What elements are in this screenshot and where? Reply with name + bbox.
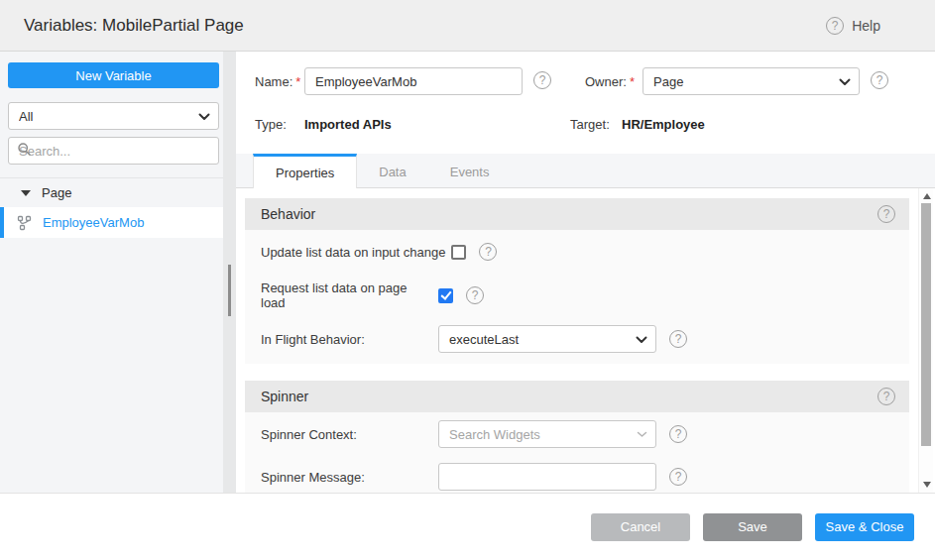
spinner-context-input[interactable]	[438, 420, 656, 448]
owner-help-icon[interactable]	[871, 71, 888, 89]
behavior-section: Behavior Update list data on input chang…	[245, 198, 909, 364]
sidebar-scrollbar-thumb[interactable]	[228, 265, 231, 316]
tab-properties[interactable]: Properties	[253, 154, 357, 188]
request-list-checkbox[interactable]	[438, 288, 453, 303]
in-flight-select[interactable]: executeLast	[438, 325, 656, 353]
behavior-section-header: Behavior	[245, 198, 909, 230]
save-button[interactable]: Save	[703, 513, 802, 541]
new-variable-button[interactable]: New Variable	[8, 62, 219, 88]
tree-group-page[interactable]: Page	[0, 178, 236, 207]
header: Variables: MobilePartial Page Help	[0, 0, 935, 52]
scroll-up-icon[interactable]	[923, 193, 931, 199]
spinner-section-title: Spinner	[261, 389, 308, 404]
spinner-message-row: Spinner Message:	[261, 463, 893, 491]
in-flight-help-icon[interactable]	[669, 330, 687, 348]
spinner-context-help-icon[interactable]	[669, 425, 687, 443]
update-list-label: Update list data on input change	[261, 245, 445, 260]
request-list-label: Request list data on page load	[261, 280, 432, 310]
tab-events[interactable]: Events	[428, 154, 512, 187]
type-label: Type:	[255, 117, 287, 132]
behavior-section-body: Update list data on input change Request…	[245, 230, 909, 364]
footer-actions: Cancel Save Save & Close	[0, 493, 935, 560]
owner-select-wrap: Page	[643, 67, 860, 95]
owner-select[interactable]: Page	[643, 67, 860, 95]
owner-label: Owner:*	[585, 74, 635, 89]
sidebar-scrollbar[interactable]	[223, 52, 236, 493]
spinner-help-icon[interactable]	[877, 388, 895, 405]
search-input[interactable]	[8, 137, 219, 165]
search-icon	[17, 142, 32, 157]
cancel-button[interactable]: Cancel	[591, 513, 690, 541]
spinner-context-label: Spinner Context:	[261, 427, 438, 442]
service-variable-icon	[17, 215, 33, 231]
spinner-message-label: Spinner Message:	[261, 470, 438, 485]
variable-form: Name:* Owner:* Page Type: Imported APIs …	[236, 52, 935, 154]
variable-filter-select-wrap: All	[8, 102, 219, 130]
name-input[interactable]	[304, 67, 523, 95]
in-flight-select-wrap: executeLast	[438, 325, 656, 353]
tab-bar: Properties Data Events	[236, 154, 935, 188]
save-and-close-button[interactable]: Save & Close	[815, 513, 914, 541]
spinner-section-header: Spinner	[245, 381, 909, 412]
required-asterisk: *	[295, 74, 300, 89]
expand-triangle-icon	[21, 190, 31, 196]
target-value: HR/Employee	[622, 117, 705, 132]
update-list-checkbox[interactable]	[451, 245, 466, 260]
name-help-icon[interactable]	[533, 71, 551, 89]
type-value: Imported APIs	[304, 117, 392, 132]
tree-item-label: EmployeeVarMob	[43, 215, 144, 230]
update-list-row: Update list data on input change	[261, 238, 893, 266]
content-scrollbar-thumb[interactable]	[921, 203, 931, 446]
content-scrollbar[interactable]	[918, 188, 933, 493]
request-list-row: Request list data on page load	[261, 280, 893, 310]
in-flight-row: In Flight Behavior: executeLast	[261, 325, 893, 353]
tree-group-label: Page	[42, 185, 71, 200]
variables-tree: Page EmployeeVarMob	[0, 177, 236, 238]
spinner-section: Spinner Spinner Context:	[245, 381, 909, 493]
help-circle-icon	[826, 17, 844, 35]
request-list-help-icon[interactable]	[466, 286, 484, 304]
spinner-context-row: Spinner Context:	[261, 420, 893, 448]
spinner-context-select-wrap	[438, 420, 656, 448]
variable-filter-select[interactable]: All	[8, 102, 219, 130]
body-region: New Variable All Page	[0, 52, 935, 493]
target-label: Target:	[570, 117, 610, 132]
name-label: Name:*	[255, 74, 300, 89]
sidebar: New Variable All Page	[0, 52, 236, 493]
properties-content: Behavior Update list data on input chang…	[236, 188, 935, 493]
name-field-wrap	[304, 67, 523, 95]
main-panel: Name:* Owner:* Page Type: Imported APIs …	[236, 52, 935, 493]
scroll-down-icon[interactable]	[923, 482, 931, 488]
spinner-message-field-wrap	[438, 463, 656, 491]
behavior-section-title: Behavior	[261, 206, 315, 222]
spinner-message-input[interactable]	[438, 463, 656, 491]
required-asterisk: *	[630, 74, 635, 89]
sidebar-search-wrap	[8, 137, 219, 165]
behavior-help-icon[interactable]	[877, 205, 895, 223]
tree-item-employeevarmob[interactable]: EmployeeVarMob	[0, 207, 236, 238]
in-flight-label: In Flight Behavior:	[261, 332, 438, 347]
help-link[interactable]: Help	[826, 17, 880, 35]
spinner-message-help-icon[interactable]	[669, 468, 687, 486]
update-list-help-icon[interactable]	[479, 243, 497, 261]
tab-data[interactable]: Data	[357, 154, 427, 187]
spinner-section-body: Spinner Context: Spinner Message:	[245, 412, 909, 493]
page-title: Variables: MobilePartial Page	[24, 16, 244, 36]
help-label: Help	[852, 18, 880, 34]
variables-editor-window: Variables: MobilePartial Page Help New V…	[0, 0, 935, 560]
